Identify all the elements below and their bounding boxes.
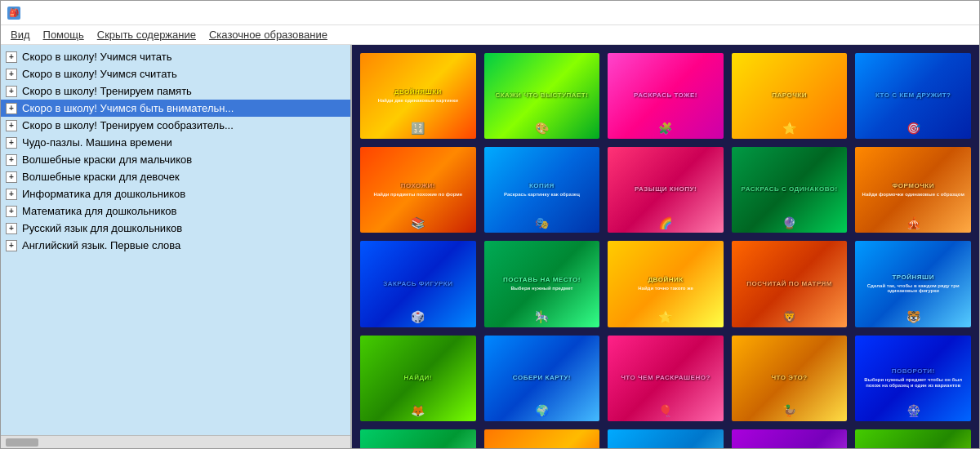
thumbnail-title-12: ПОСТАВЬ НА МЕСТО! bbox=[503, 277, 581, 284]
title-bar: 🎒 bbox=[1, 1, 979, 25]
thumbnail-title-3: РАСКРАСЬ ТОЖЕ! bbox=[634, 92, 697, 100]
sidebar-item-label: Скоро в школу! Учимся считать bbox=[22, 68, 177, 80]
sidebar-item-12[interactable]: +Английский язык. Первые слова bbox=[1, 237, 350, 254]
thumbnail-deco-1: 🔢 bbox=[411, 122, 425, 136]
expand-icon[interactable]: + bbox=[6, 240, 17, 251]
sidebar-item-6[interactable]: +Чудо-пазлы. Машина времени bbox=[1, 134, 350, 151]
sidebar-item-label: Скоро в школу! Учимся читать bbox=[22, 51, 172, 63]
thumbnail-title-14: ПОСЧИТАЙ ПО МАТРЯМ bbox=[746, 281, 832, 288]
sidebar-item-10[interactable]: +Математика для дошкольников bbox=[1, 202, 350, 220]
thumbnail-22[interactable]: РАЗНОЦВЕТЬЕ🌺 bbox=[483, 428, 602, 448]
thumbnail-5[interactable]: КТО С КЕМ ДРУЖИТ?🎯 bbox=[853, 51, 973, 140]
thumbnail-17[interactable]: СОБЕРИ КАРТУ!🌍 bbox=[483, 334, 602, 423]
close-button[interactable] bbox=[935, 1, 973, 25]
thumbnail-subtitle-13: Найди точно такого же bbox=[638, 286, 693, 291]
sidebar-item-label: Скоро в школу! Тренируем память bbox=[22, 85, 192, 97]
sidebar-item-3[interactable]: +Скоро в школу! Тренируем память bbox=[1, 82, 350, 100]
thumbnail-6[interactable]: ПОХОЖИ!Найди предметы похожие по форме📚 bbox=[359, 145, 478, 234]
expand-icon[interactable]: + bbox=[6, 120, 17, 131]
thumbnail-23[interactable]: КТО ЭТО!🦝 bbox=[606, 428, 725, 448]
sidebar-item-8[interactable]: +Волшебные краски для девочек bbox=[1, 168, 350, 185]
thumbnail-deco-11: 🎲 bbox=[411, 310, 425, 324]
thumbnail-24[interactable]: ТРОЙКИВыбери путь и всё что есть постави… bbox=[730, 428, 849, 448]
thumbnail-20[interactable]: ПОВОРОТИ!Выбери нужный предмет чтобы он … bbox=[853, 334, 973, 423]
thumbnail-12[interactable]: ПОСТАВЬ НА МЕСТО!Выбери нужный предмет🎠 bbox=[483, 239, 602, 328]
thumbnail-deco-2: 🎨 bbox=[535, 122, 549, 136]
thumbnail-subtitle-7: Раскрась картинку как образец bbox=[504, 192, 580, 198]
sidebar-item-11[interactable]: +Русский язык для дошкольников bbox=[1, 220, 350, 237]
thumbnail-16[interactable]: НАЙДИ!🦊 bbox=[359, 334, 478, 423]
minimize-button[interactable] bbox=[857, 1, 894, 25]
main-content: +Скоро в школу! Учимся читать+Скоро в шк… bbox=[1, 45, 979, 448]
thumbnail-11[interactable]: ЗАКРАСЬ ФИГУРКИ🎲 bbox=[359, 239, 478, 328]
sidebar-item-2[interactable]: +Скоро в школу! Учимся считать bbox=[1, 65, 350, 82]
sidebar: +Скоро в школу! Учимся читать+Скоро в шк… bbox=[1, 45, 352, 448]
thumbnail-deco-4: ⭐ bbox=[782, 122, 796, 136]
thumbnail-title-4: ПАРОЧКИ bbox=[772, 92, 807, 100]
expand-icon[interactable]: + bbox=[6, 86, 17, 97]
expand-icon[interactable]: + bbox=[6, 103, 17, 114]
sidebar-item-4[interactable]: +Скоро в школу! Учимся быть внимательн..… bbox=[1, 100, 350, 117]
thumbnails-panel: ДВОЙНЯШКИНайди две одинаковые картинки🔢С… bbox=[352, 45, 979, 448]
thumbnail-3[interactable]: РАСКРАСЬ ТОЖЕ!🧩 bbox=[606, 51, 725, 140]
window-controls bbox=[857, 1, 973, 25]
thumbnail-19[interactable]: ЧТО ЭТО?🦆 bbox=[730, 334, 849, 423]
expand-icon[interactable]: + bbox=[6, 137, 17, 149]
thumbnail-1[interactable]: ДВОЙНЯШКИНайди две одинаковые картинки🔢 bbox=[359, 51, 478, 140]
thumbnail-15[interactable]: ТРОЙНЯШИСделай так, чтобы в каждом ряду … bbox=[853, 239, 973, 328]
sidebar-item-label: Волшебные краски для девочек bbox=[22, 171, 180, 183]
expand-icon[interactable]: + bbox=[6, 154, 17, 166]
thumbnail-deco-14: 🦁 bbox=[782, 310, 796, 324]
thumbnail-8[interactable]: РАЗЫЩИ КНОПУ!🌈 bbox=[606, 145, 725, 234]
sidebar-item-1[interactable]: +Скоро в школу! Учимся читать bbox=[1, 48, 350, 65]
thumbnail-title-16: НАЙДИ! bbox=[404, 375, 432, 382]
thumbnail-title-17: СОБЕРИ КАРТУ! bbox=[513, 375, 571, 382]
thumbnail-deco-19: 🦆 bbox=[782, 404, 796, 418]
thumbnail-21[interactable]: ЧТО КУДА?🏡 bbox=[359, 428, 478, 448]
thumbnail-deco-3: 🧩 bbox=[658, 122, 672, 136]
menu-help[interactable]: Помощь bbox=[37, 27, 91, 42]
sidebar-item-label: Информатика для дошкольников bbox=[22, 188, 185, 200]
sidebar-item-5[interactable]: +Скоро в школу! Тренируем сообразитель..… bbox=[1, 117, 350, 134]
thumbnail-title-1: ДВОЙНЯШКИ bbox=[394, 89, 442, 96]
sidebar-item-7[interactable]: +Волшебные краски для мальчиков bbox=[1, 151, 350, 168]
sidebar-item-9[interactable]: +Информатика для дошкольников bbox=[1, 185, 350, 202]
sidebar-item-label: Скоро в школу! Учимся быть внимательн... bbox=[22, 102, 234, 114]
thumbnail-25[interactable]: ОТЫЩИ!🌲 bbox=[853, 428, 973, 448]
maximize-button[interactable] bbox=[896, 1, 933, 25]
menu-bar: Вид Помощь Скрыть содержание Сказочное о… bbox=[1, 25, 979, 45]
expand-icon[interactable]: + bbox=[6, 189, 17, 200]
sidebar-item-label: Чудо-пазлы. Машина времени bbox=[22, 136, 172, 149]
expand-icon[interactable]: + bbox=[6, 223, 17, 234]
thumbnail-9[interactable]: РАСКРАСЬ С ОДИНАКОВО!🔮 bbox=[730, 145, 849, 234]
main-window: 🎒 Вид Помощь Скрыть содержание Сказочное… bbox=[0, 0, 980, 449]
thumbnail-4[interactable]: ПАРОЧКИ⭐ bbox=[730, 51, 849, 140]
thumbnail-subtitle-6: Найди предметы похожие по форме bbox=[374, 192, 462, 198]
thumbnail-deco-7: 🎭 bbox=[535, 216, 549, 230]
menu-view[interactable]: Вид bbox=[4, 27, 37, 42]
thumbnail-deco-18: 🎈 bbox=[658, 404, 672, 418]
thumbnail-deco-16: 🦊 bbox=[411, 404, 425, 418]
thumbnail-title-18: ЧТО ЧЕМ РАСКРАШЕНО? bbox=[621, 375, 710, 382]
menu-hide-content[interactable]: Скрыть содержание bbox=[91, 27, 203, 42]
expand-icon[interactable]: + bbox=[6, 206, 17, 217]
thumbnail-title-5: КТО С КЕМ ДРУЖИТ? bbox=[875, 92, 951, 100]
thumbnail-deco-9: 🔮 bbox=[782, 216, 796, 230]
thumbnail-14[interactable]: ПОСЧИТАЙ ПО МАТРЯМ🦁 bbox=[730, 239, 849, 328]
thumbnail-title-20: ПОВОРОТИ! bbox=[892, 368, 935, 376]
expand-icon[interactable]: + bbox=[6, 69, 17, 80]
sidebar-item-label: Математика для дошкольников bbox=[22, 205, 176, 217]
menu-fairy-education[interactable]: Сказочное образование bbox=[203, 27, 334, 42]
thumbnail-18[interactable]: ЧТО ЧЕМ РАСКРАШЕНО?🎈 bbox=[606, 334, 725, 423]
sidebar-scrollbar[interactable] bbox=[1, 435, 350, 448]
thumbnail-deco-17: 🌍 bbox=[535, 404, 549, 418]
thumbnail-7[interactable]: КОПИЯРаскрась картинку как образец🎭 bbox=[483, 145, 602, 234]
sidebar-item-label: Скоро в школу! Тренируем сообразитель... bbox=[22, 119, 234, 131]
thumbnail-deco-8: 🌈 bbox=[658, 216, 672, 230]
thumbnail-2[interactable]: СКАЖИ ЧТО ВЫСТУПАЕТ!🎨 bbox=[483, 51, 602, 140]
expand-icon[interactable]: + bbox=[6, 51, 17, 63]
expand-icon[interactable]: + bbox=[6, 171, 17, 183]
thumbnail-10[interactable]: ФОРМОЧКИНайди формочки одинаковые с обра… bbox=[853, 145, 973, 234]
thumbnail-13[interactable]: ДВОЙНИКНайди точно такого же🌟 bbox=[606, 239, 725, 328]
thumbnail-deco-12: 🎠 bbox=[535, 310, 549, 324]
